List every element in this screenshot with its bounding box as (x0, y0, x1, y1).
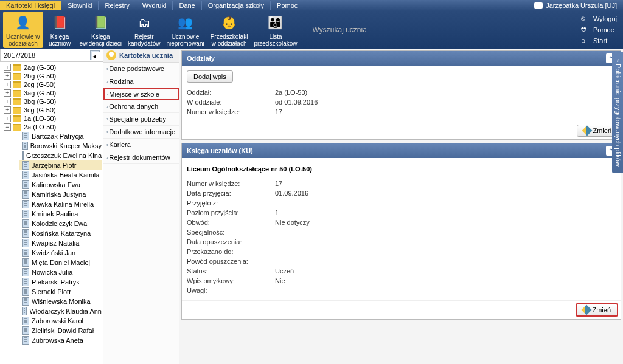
panel-oddzialy: Oddziały ⌃ Dodaj wpis Oddział:2a (LO-50)… (181, 50, 621, 140)
student-icon (22, 287, 29, 296)
info-label: Obwód: (187, 219, 275, 226)
kartoteka-item[interactable]: ››Specjalne potrzeby (103, 113, 179, 126)
tree-class[interactable]: +2cg (G-50) (1, 80, 102, 89)
menu-słowniki[interactable]: Słowniki (61, 1, 99, 10)
tree-class[interactable]: −2a (LO-50) (1, 123, 102, 131)
tree-student[interactable]: Borowski Kacper Maksy (19, 141, 102, 151)
info-label: Status: (187, 267, 275, 275)
toolbar-niepromowani[interactable]: 👥Uczniowieniepromowani (163, 12, 207, 48)
search-input[interactable]: Wyszukaj ucznia (313, 26, 367, 34)
plus-icon[interactable]: + (4, 106, 11, 114)
info-label: Uwagi: (187, 287, 275, 294)
kartoteka-item[interactable]: ››Miejsce w szkole (103, 88, 179, 100)
add-entry-button[interactable]: Dodaj wpis (187, 70, 233, 83)
info-label: Powód opuszczenia: (187, 258, 275, 265)
change-button-2[interactable]: Zmień (576, 303, 618, 317)
student-icon (22, 229, 29, 238)
tree-student[interactable]: Mięta Daniel Maciej (19, 258, 102, 267)
kartoteka-item[interactable]: ››Dane podstawowe (103, 63, 179, 75)
collapse-arrow-icon[interactable]: ◂ (92, 52, 100, 60)
tree-student[interactable]: Nowicka Julia (19, 267, 102, 277)
tree-student[interactable]: Bartczak Patrycja (19, 131, 102, 141)
kartoteka-item[interactable]: ››Rejestr dokumentów (103, 151, 179, 164)
tree-student[interactable]: Jarzębina Piotr (19, 160, 102, 170)
toolbar-przedszkolaków[interactable]: 👨‍👩‍👦Listaprzedszkolaków (251, 12, 300, 48)
kartoteka-item[interactable]: ››Kariera (103, 139, 179, 151)
info-value: od 01.09.2016 (275, 98, 616, 106)
downloads-side-tab[interactable]: « Pobieranie przygotowanych plików (612, 52, 623, 173)
panel-title: Oddziały (187, 55, 215, 62)
tree-student[interactable]: Kminek Paulina (19, 209, 102, 219)
tree-student[interactable]: Wiśniewska Monika (19, 297, 102, 306)
menu-rejestry[interactable]: Rejestry (99, 1, 136, 10)
plus-icon[interactable]: + (4, 115, 11, 122)
menu-organizacja-szkoły[interactable]: Organizacja szkoły (202, 1, 271, 10)
tree-student[interactable]: Zieliński Dawid Rafał (19, 326, 102, 335)
tree-student[interactable]: Sieracki Piotr (19, 287, 102, 297)
toolbar-icon: 📕 (50, 13, 69, 32)
folder-icon (13, 64, 21, 71)
tree-student[interactable]: Kwidziński Jan (19, 248, 102, 258)
minus-icon[interactable]: − (4, 123, 11, 131)
tree-student[interactable]: Kosińska Katarzyna (19, 228, 102, 238)
plus-icon[interactable]: + (4, 89, 11, 97)
tree-student[interactable]: Kamińska Justyna (19, 190, 102, 199)
help-link[interactable]: ⛑Pomoc (581, 24, 617, 35)
toolbar-uczniów[interactable]: 📕Księgauczniów (43, 12, 77, 48)
info-label: Data opuszczenia: (187, 238, 275, 246)
toolbar-oddziałach[interactable]: 👤Uczniowie woddziałach (3, 12, 43, 48)
info-row: W oddziale:od 01.09.2016 (187, 97, 616, 107)
info-value (275, 287, 616, 294)
toolbar-icon: 👶 (220, 13, 239, 32)
logout-link[interactable]: ⎋Wyloguj (581, 13, 617, 24)
plus-icon[interactable]: + (4, 64, 11, 71)
panel-title: Księga uczniów (KU) (187, 147, 253, 154)
content-area: Oddziały ⌃ Dodaj wpis Oddział:2a (LO-50)… (179, 49, 623, 364)
kartoteka-item[interactable]: ››Rodzina (103, 75, 179, 88)
student-icon (22, 151, 24, 160)
tree-student[interactable]: Kwapisz Natalia (19, 238, 102, 248)
kartoteka-item[interactable]: ››Ochrona danych (103, 100, 179, 113)
student-icon (22, 180, 29, 189)
tree-student[interactable]: Kawka Kalina Mirella (19, 199, 102, 209)
year-selector[interactable]: 2017/2018 ▾ (0, 49, 103, 62)
info-row: Numer w księdze:17 (187, 179, 616, 188)
toolbar-ewidencji-dzieci[interactable]: 📗Księgaewidencji dzieci (77, 12, 125, 48)
plus-icon[interactable]: + (4, 98, 11, 105)
tree-student[interactable]: Żubrowska Aneta (19, 335, 102, 345)
tree-student[interactable]: Zaborowski Karol (19, 316, 102, 326)
tree-class[interactable]: +1a (LO-50) (1, 114, 102, 123)
menu-kartoteki-i-księgi[interactable]: Kartoteki i księgi (0, 1, 61, 10)
tree-class[interactable]: +3cg (G-50) (1, 106, 102, 114)
info-row: Powód opuszczenia: (187, 256, 616, 266)
tree-class[interactable]: +2ag (G-50) (1, 63, 102, 72)
kartoteka-item[interactable]: ››Dodatkowe informacje (103, 126, 179, 139)
menu-dane[interactable]: Dane (173, 1, 201, 10)
toolbar-icon: 👥 (176, 13, 195, 32)
student-icon (22, 219, 29, 228)
student-icon (22, 326, 29, 335)
plus-icon[interactable]: + (4, 81, 11, 88)
toolbar-w-oddziałach[interactable]: 👶Przedszkolakiw oddziałach (207, 12, 251, 48)
tree-student[interactable]: Piekarski Patryk (19, 277, 102, 287)
tree-student[interactable]: Grzeszczuk Ewelina Kina (19, 151, 102, 160)
student-icon (22, 142, 28, 150)
tree-class[interactable]: +3bg (G-50) (1, 97, 102, 106)
start-link[interactable]: ⌂Start (581, 35, 617, 46)
menu-pomoc[interactable]: Pomoc (271, 1, 304, 10)
plus-icon[interactable]: + (4, 72, 11, 80)
tree-student[interactable]: Kalinowska Ewa (19, 180, 102, 190)
toolbar-kandydatów[interactable]: 🗂Rejestrkandydatów (125, 12, 163, 48)
student-icon (22, 317, 29, 325)
tree-student[interactable]: Włodarczyk Klaudia Ann (19, 306, 102, 316)
info-value: 1 (275, 209, 616, 216)
info-row: Numer w księdze:17 (187, 107, 616, 117)
info-row: Status:Uczeń (187, 266, 616, 276)
menubar: Kartoteki i księgiSłownikiRejestryWydruk… (0, 0, 623, 11)
tree-class[interactable]: +2bg (G-50) (1, 72, 102, 80)
menu-wydruki[interactable]: Wydruki (136, 1, 173, 10)
tree-student[interactable]: Jasińska Beata Kamila (19, 170, 102, 180)
tree-student[interactable]: Kołodziejczyk Ewa (19, 219, 102, 228)
info-value: Nie (275, 277, 616, 284)
tree-class[interactable]: +3ag (G-50) (1, 89, 102, 97)
